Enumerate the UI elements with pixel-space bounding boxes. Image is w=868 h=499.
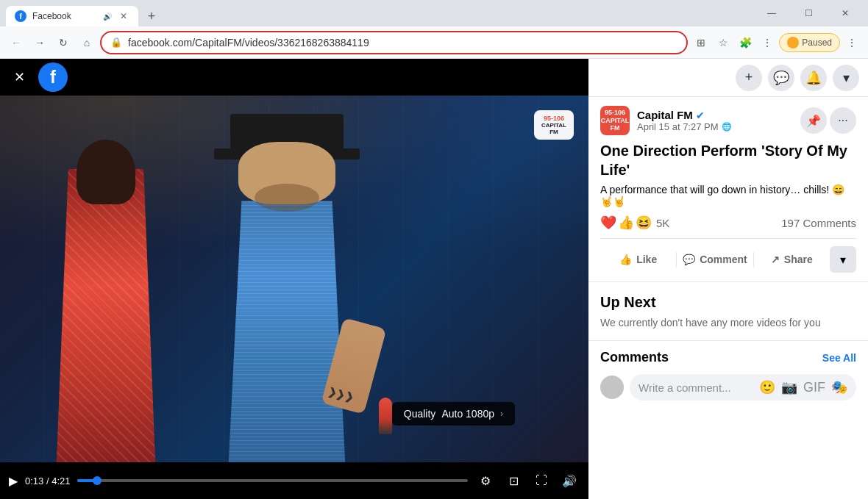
tab-close-button[interactable]: ✕ [118, 10, 129, 22]
comment-label: Comment [700, 254, 747, 265]
facebook-logo[interactable]: f [38, 62, 68, 92]
emoji-picker-icon[interactable]: 🙂 [759, 379, 775, 395]
user-avatar [600, 376, 624, 399]
post-date-text: April 15 at 7:27 PM [637, 121, 719, 132]
reaction-emojis[interactable]: ❤️ 👍 😆 5K [600, 215, 669, 231]
video-player[interactable]: ❯❯❯ 95-106 CA [0, 96, 588, 462]
post-action-buttons: 📌 ··· [800, 107, 856, 134]
profiles-button[interactable]: ⋮ [757, 32, 778, 53]
tab-favicon: f [15, 10, 26, 22]
favicon-letter: f [19, 12, 22, 21]
comment-input-box[interactable]: Write a comment... 🙂 📷 GIF 🎭 [630, 374, 856, 401]
address-bar[interactable]: 🔒 facebook.com/CapitalFM/videos/33621682… [100, 31, 688, 54]
time-display: 0:13 / 4:21 [25, 475, 70, 487]
follow-button[interactable]: 📌 [800, 107, 827, 134]
haha-emoji: 😆 [636, 215, 652, 231]
maximize-button[interactable]: ☐ [791, 0, 825, 26]
play-pause-button[interactable]: ▶ [9, 474, 18, 488]
post-date: April 15 at 7:27 PM 🌐 [637, 121, 793, 132]
new-tab-button[interactable]: + [141, 6, 162, 26]
progress-bar[interactable] [77, 479, 468, 482]
more-button[interactable]: ▾ [833, 65, 859, 91]
paused-label: Paused [802, 37, 832, 48]
comment-icon: 💬 [683, 254, 695, 265]
back-button[interactable]: ← [6, 32, 26, 53]
title-bar: f Facebook 🔊 ✕ + — ☐ ✕ [0, 0, 868, 26]
comments-section: Comments See All Write a comment... 🙂 📷 … [588, 341, 868, 409]
post-meta: Capital FM ✔ April 15 at 7:27 PM 🌐 [637, 109, 793, 132]
video-controls: ▶ 0:13 / 4:21 ⚙ ⊡ ⛶ 🔊 [0, 462, 588, 499]
action-buttons: 👍 Like 💬 Comment ↗ Share ▾ [600, 246, 856, 273]
comments-title: Comments [600, 350, 669, 365]
panel-top-nav: + 💬 🔔 ▾ [588, 59, 868, 97]
capital-fm-logo: 95-106 CAPITAL FM [534, 110, 574, 140]
nav-bar: ← → ↻ ⌂ 🔒 facebook.com/CapitalFM/videos/… [0, 26, 868, 59]
heart-emoji: ❤️ [600, 215, 616, 231]
bookmark-button[interactable]: ☆ [713, 32, 733, 53]
page-content: ✕ f [0, 59, 868, 499]
settings-button[interactable]: ⚙ [475, 470, 496, 491]
comments-count[interactable]: 197 Comments [781, 217, 856, 229]
performer-main: ❯❯❯ [206, 114, 368, 462]
more-options-button[interactable]: ··· [830, 107, 856, 134]
extensions-button[interactable]: 🧩 [735, 32, 755, 53]
video-top-bar: ✕ f [0, 59, 588, 96]
progress-thumb [93, 476, 102, 485]
screenshot-button[interactable]: ⊞ [691, 32, 711, 53]
comments-header: Comments See All [600, 350, 856, 365]
quality-value: Auto 1080p [441, 408, 494, 420]
window-controls: — ☐ ✕ [755, 0, 862, 26]
pip-button[interactable]: ⊡ [503, 470, 524, 491]
share-label: Share [784, 254, 813, 265]
capital-fm-freq: 95-106 [541, 115, 566, 122]
gif-icon[interactable]: GIF [803, 380, 825, 395]
comment-button[interactable]: 💬 Comment [677, 246, 753, 273]
home-button[interactable]: ⌂ [77, 32, 97, 53]
fm-label: FM [541, 129, 566, 135]
notifications-button[interactable]: 🔔 [800, 65, 827, 91]
quality-popup[interactable]: Quality Auto 1080p › [392, 402, 515, 426]
share-dropdown[interactable]: ▾ [830, 246, 856, 273]
menu-button[interactable]: ⋮ [842, 32, 862, 53]
url-text: facebook.com/CapitalFM/videos/3362168263… [128, 37, 677, 49]
page-avatar: 95-106CAPITALFM [600, 106, 630, 135]
minimize-button[interactable]: — [755, 0, 789, 26]
comment-input-row: Write a comment... 🙂 📷 GIF 🎭 [600, 374, 856, 401]
photo-icon[interactable]: 📷 [781, 379, 797, 395]
quality-label: Quality [404, 408, 436, 420]
fullscreen-button[interactable]: ⛶ [531, 470, 552, 491]
paused-icon [787, 37, 799, 49]
tab-audio-icon: 🔊 [103, 12, 112, 21]
add-button[interactable]: + [736, 65, 762, 91]
see-all-link[interactable]: See All [822, 352, 856, 364]
reactions-row: ❤️ 👍 😆 5K 197 Comments [600, 215, 856, 239]
sticker-icon[interactable]: 🎭 [831, 379, 847, 395]
forward-button[interactable]: → [29, 32, 50, 53]
right-panel: + 💬 🔔 ▾ 95-106CAPITALFM Capital FM ✔ [588, 59, 868, 499]
video-close-button[interactable]: ✕ [9, 67, 29, 87]
tab-area: f Facebook 🔊 ✕ + [6, 0, 749, 26]
reaction-count: 5K [656, 217, 669, 229]
thumbsup-emoji: 👍 [618, 215, 634, 231]
volume-button[interactable]: 🔊 [559, 470, 580, 491]
lock-icon: 🔒 [110, 37, 122, 48]
tab-title: Facebook [32, 11, 97, 21]
post-area: 95-106CAPITALFM Capital FM ✔ April 15 at… [588, 97, 868, 282]
paused-button[interactable]: Paused [779, 33, 840, 52]
active-tab[interactable]: f Facebook 🔊 ✕ [6, 6, 138, 26]
messenger-button[interactable]: 💬 [768, 65, 794, 91]
verified-badge: ✔ [696, 110, 705, 121]
up-next-section: Up Next We currently don't have any more… [588, 282, 868, 341]
like-label: Like [636, 254, 657, 265]
like-button[interactable]: 👍 Like [600, 246, 676, 273]
capital-label: CAPITAL [541, 122, 566, 129]
share-button[interactable]: ↗ Share [754, 246, 830, 273]
total-time: 4:21 [51, 475, 70, 487]
page-name[interactable]: Capital FM [637, 109, 693, 121]
close-button[interactable]: ✕ [828, 0, 862, 26]
reload-button[interactable]: ↻ [53, 32, 74, 53]
up-next-title: Up Next [600, 294, 856, 311]
performer-left [47, 169, 165, 462]
up-next-empty-message: We currently don't have any more videos … [600, 317, 856, 329]
video-section: ✕ f [0, 59, 588, 499]
